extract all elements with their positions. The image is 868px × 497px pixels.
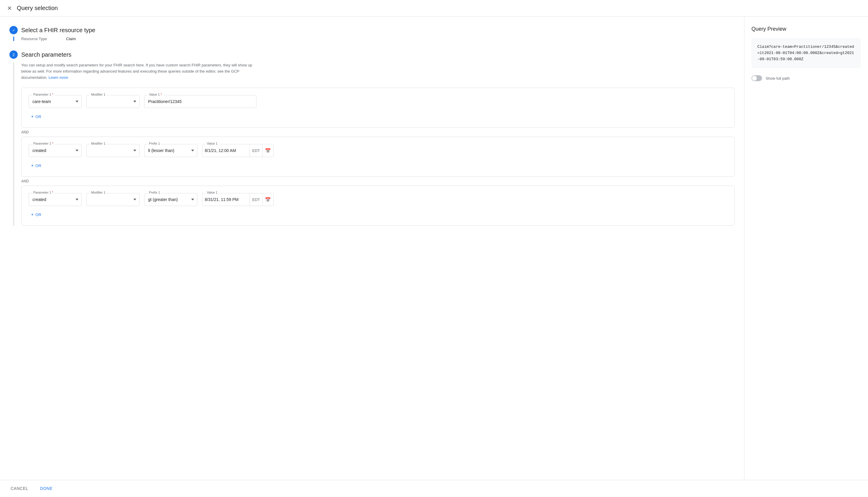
- dialog-title: Query selection: [17, 5, 58, 12]
- section-resource-type: ✓ Select a FHIR resource type Resource T…: [10, 26, 735, 41]
- dialog-header: ✕ Query selection: [0, 0, 868, 16]
- param2-field-wrapper: Parameter 1 care-team created identifier…: [29, 144, 82, 157]
- datetime1-label: Value 1: [206, 142, 219, 145]
- or-button-3[interactable]: + OR: [29, 211, 44, 218]
- or-button-1[interactable]: + OR: [29, 113, 44, 120]
- full-path-toggle-row: Show full path: [751, 75, 861, 81]
- param-row-1: Parameter 1 care-team created identifier…: [29, 95, 727, 108]
- modifier2-field-wrapper: Modifier 1: [86, 144, 140, 157]
- modifier3-field-wrapper: Modifier 1: [86, 193, 140, 206]
- prefix1-field-wrapper: Prefix 1 lt (lesser than) gt (greater th…: [144, 144, 197, 157]
- modifier1-select[interactable]: [86, 95, 140, 108]
- dialog-footer: CANCEL DONE: [0, 480, 868, 497]
- modifier2-label: Modifier 1: [90, 142, 106, 145]
- section2-header: 2 Search parameters: [10, 51, 735, 59]
- plus-icon-2: +: [31, 163, 34, 168]
- parameter-group-3: Parameter 1 care-team created identifier…: [21, 186, 735, 226]
- param3-field-wrapper: Parameter 1 care-team created identifier…: [29, 193, 82, 206]
- section1-title: Select a FHIR resource type: [21, 27, 95, 34]
- datetime2-label: Value 1: [206, 191, 219, 194]
- or-label-1: OR: [35, 114, 41, 119]
- show-full-path-label: Show full path: [766, 76, 790, 81]
- param2-label: Parameter 1: [32, 142, 55, 145]
- plus-icon-1: +: [31, 114, 34, 119]
- description-text: You can setup and modify search paramete…: [21, 62, 257, 81]
- datetime2-field-wrapper: Value 1 EDT 📅: [202, 193, 274, 206]
- and-label-1: AND: [21, 130, 735, 134]
- section-search-params: 2 Search parameters You can setup and mo…: [10, 51, 735, 226]
- value1-label: Value 1: [148, 93, 163, 96]
- param2-select[interactable]: care-team created identifier insurer pat…: [29, 144, 82, 157]
- section1-header: ✓ Select a FHIR resource type: [10, 26, 735, 34]
- main-content: ✓ Select a FHIR resource type Resource T…: [0, 16, 744, 480]
- modifier3-select[interactable]: [86, 193, 140, 206]
- value1-input[interactable]: [144, 95, 256, 108]
- dialog-body: ✓ Select a FHIR resource type Resource T…: [0, 16, 868, 480]
- or-button-2[interactable]: + OR: [29, 162, 44, 169]
- or-label-3: OR: [35, 213, 41, 217]
- step2-number: 2: [12, 53, 14, 57]
- datetime2-wrapper: EDT 📅: [202, 193, 274, 206]
- param1-label: Parameter 1: [32, 93, 55, 96]
- param1-select[interactable]: care-team created identifier insurer pat…: [29, 95, 82, 108]
- calendar1-icon[interactable]: 📅: [262, 144, 273, 157]
- modifier2-select[interactable]: [86, 144, 140, 157]
- show-full-path-toggle[interactable]: [751, 75, 762, 81]
- prefix2-select[interactable]: lt (lesser than) gt (greater than) le (l…: [144, 193, 197, 206]
- done-button[interactable]: DONE: [37, 484, 56, 493]
- prefix1-select[interactable]: lt (lesser than) gt (greater than) le (l…: [144, 144, 197, 157]
- step1-icon: ✓: [10, 26, 18, 34]
- param3-label: Parameter 1: [32, 191, 55, 194]
- datetime1-wrapper: EDT 📅: [202, 144, 274, 157]
- modifier3-label: Modifier 1: [90, 191, 106, 194]
- query-preview-box: Claim?care-team=Practitioner/12345&creat…: [751, 38, 861, 68]
- right-panel: Query Preview Claim?care-team=Practition…: [744, 16, 868, 480]
- plus-icon-3: +: [31, 212, 34, 217]
- section2-content: You can setup and modify search paramete…: [13, 62, 735, 226]
- param-row-3: Parameter 1 care-team created identifier…: [29, 193, 727, 206]
- param1-field-wrapper: Parameter 1 care-team created identifier…: [29, 95, 82, 108]
- resource-type-value: Claim: [66, 37, 76, 41]
- close-icon[interactable]: ✕: [7, 5, 12, 11]
- modifier1-label: Modifier 1: [90, 93, 106, 96]
- timezone1: EDT: [250, 144, 262, 157]
- prefix1-label: Prefix 1: [148, 142, 161, 145]
- calendar2-icon[interactable]: 📅: [262, 193, 273, 206]
- prefix2-field-wrapper: Prefix 1 lt (lesser than) gt (greater th…: [144, 193, 197, 206]
- datetime2-input[interactable]: [202, 193, 250, 206]
- datetime1-input[interactable]: [202, 144, 250, 157]
- modifier1-field-wrapper: Modifier 1: [86, 95, 140, 108]
- resource-type-label: Resource Type: [21, 37, 57, 41]
- step1-checkmark: ✓: [12, 28, 15, 32]
- section2-title: Search parameters: [21, 51, 71, 58]
- datetime1-field-wrapper: Value 1 EDT 📅: [202, 144, 274, 157]
- cancel-button[interactable]: CANCEL: [7, 484, 32, 493]
- and-label-2: AND: [21, 179, 735, 183]
- parameter-group-2: Parameter 1 care-team created identifier…: [21, 137, 735, 177]
- param3-select[interactable]: care-team created identifier insurer pat…: [29, 193, 82, 206]
- resource-type-row: Resource Type Claim: [13, 37, 735, 41]
- parameter-group-1: Parameter 1 care-team created identifier…: [21, 88, 735, 128]
- value1-field-wrapper: Value 1: [144, 95, 256, 108]
- prefix2-label: Prefix 1: [148, 191, 161, 194]
- param-row-2: Parameter 1 care-team created identifier…: [29, 144, 727, 157]
- timezone2: EDT: [250, 193, 262, 206]
- step2-icon: 2: [10, 51, 18, 59]
- learn-more-link[interactable]: Learn more: [49, 75, 68, 80]
- preview-title: Query Preview: [751, 26, 861, 32]
- or-label-2: OR: [35, 164, 41, 168]
